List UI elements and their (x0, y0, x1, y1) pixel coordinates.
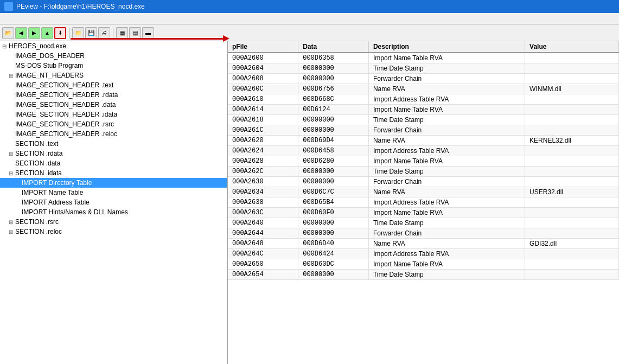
window-title: PEview - F:\oldgame\h1\HEROES_nocd.exe (16, 3, 145, 10)
title-bar: PEview - F:\oldgame\h1\HEROES_nocd.exe (0, 0, 619, 13)
tree-item-section-idata[interactable]: IMAGE_SECTION_HEADER .idata (0, 110, 227, 119)
cell-desc-15: Import Name Table RVA (368, 208, 525, 218)
cell-desc-3: Name RVA (368, 84, 525, 94)
tree-expand-sec-rsrc[interactable]: ⊞ (9, 219, 14, 225)
view2-button[interactable]: ▤ (129, 27, 141, 39)
cell-desc-8: Name RVA (368, 136, 525, 146)
cell-pfile-2: 000A2608 (228, 74, 298, 84)
cell-value-4 (525, 94, 619, 105)
tree-item-sec-data[interactable]: SECTION .data (0, 158, 227, 168)
table-row[interactable]: 000A263000000000Forwarder Chain (228, 177, 619, 187)
table-row[interactable]: 000A2600000D6358Import Name Table RVA (228, 53, 619, 63)
tree-item-dos-header[interactable]: IMAGE_DOS_HEADER (0, 51, 227, 61)
download-button[interactable]: ⬇ (54, 27, 66, 39)
cell-pfile-1: 000A2604 (228, 63, 298, 74)
data-panel[interactable]: pFile Data Description Value 000A2600000… (228, 41, 619, 364)
back-button[interactable]: ◀ (15, 27, 27, 39)
tree-item-section-reloc[interactable]: IMAGE_SECTION_HEADER .reloc (0, 129, 227, 139)
table-row[interactable]: 000A2648000D6D40Name RVAGDI32.dll (228, 239, 619, 249)
table-row[interactable]: 000A264000000000Time Date Stamp (228, 218, 619, 228)
table-row[interactable]: 000A260800000000Forwarder Chain (228, 74, 619, 84)
toolbar: 📂 ◀ ▶ ▲ ⬇ 📁 💾 🖨 ▦ ▤ ▬ (0, 25, 619, 41)
cell-data-5: 00D6124 (298, 105, 369, 115)
table-row[interactable]: 000A264C000D6424Import Address Table RVA (228, 249, 619, 259)
tree-label-root: HEROES_nocd.exe (9, 42, 66, 50)
print-button[interactable]: 🖨 (98, 27, 110, 39)
cell-data-13: 000D6C7C (298, 187, 369, 197)
table-row[interactable]: 000A2610000D668CImport Address Table RVA (228, 94, 619, 105)
cell-pfile-14: 000A2638 (228, 197, 298, 208)
table-row[interactable]: 000A2628000D6280Import Name Table RVA (228, 156, 619, 167)
cell-desc-10: Import Name Table RVA (368, 156, 525, 167)
table-row[interactable]: 000A2638000D65B4Import Address Table RVA (228, 197, 619, 208)
cell-desc-7: Forwarder Chain (368, 125, 525, 136)
tree-item-section-data[interactable]: IMAGE_SECTION_HEADER .data (0, 100, 227, 110)
table-row[interactable]: 000A264400000000Forwarder Chain (228, 228, 619, 239)
cell-value-0 (525, 53, 619, 63)
folder-open-button[interactable]: 📁 (72, 27, 84, 39)
tree-expand-sec-reloc[interactable]: ⊞ (9, 229, 14, 235)
save-button[interactable]: 💾 (85, 27, 97, 39)
table-row[interactable]: 000A261800000000Time Date Stamp (228, 115, 619, 125)
cell-value-15 (525, 208, 619, 218)
open-button[interactable]: 📂 (2, 27, 14, 39)
tree-item-sec-idata[interactable]: ⊟SECTION .idata (0, 168, 227, 178)
cell-pfile-21: 000A2654 (228, 270, 298, 280)
cell-value-21 (525, 270, 619, 280)
cell-desc-4: Import Address Table RVA (368, 94, 525, 105)
table-row[interactable]: 000A261C00000000Forwarder Chain (228, 125, 619, 136)
table-row[interactable]: 000A2634000D6C7CName RVAUSER32.dll (228, 187, 619, 197)
tree-item-sec-reloc[interactable]: ⊞SECTION .reloc (0, 227, 227, 237)
tree-item-msdos-stub[interactable]: MS-DOS Stub Program (0, 61, 227, 71)
tree-item-import-name[interactable]: IMPORT Name Table (0, 188, 227, 197)
forward-button[interactable]: ▶ (28, 27, 40, 39)
tree-item-sec-text[interactable]: SECTION .text (0, 139, 227, 149)
tree-item-section-rsrc[interactable]: IMAGE_SECTION_HEADER .rsrc (0, 119, 227, 129)
table-row[interactable]: 000A262C00000000Time Date Stamp (228, 167, 619, 177)
tree-label-sec-reloc: SECTION .reloc (15, 228, 62, 235)
cell-data-21: 00000000 (298, 270, 369, 280)
cell-value-5 (525, 105, 619, 115)
tree-expand-nt-headers[interactable]: ⊞ (9, 73, 14, 79)
tree-expand-sec-idata[interactable]: ⊟ (9, 170, 14, 176)
tree-label-import-name: IMPORT Name Table (22, 189, 83, 196)
table-row[interactable]: 000A2620000D69D4Name RVAKERNEL32.dll (228, 136, 619, 146)
table-row[interactable]: 000A261400D6124Import Name Table RVA (228, 105, 619, 115)
tree-item-nt-headers[interactable]: ⊞IMAGE_NT_HEADERS (0, 71, 227, 80)
tree-panel[interactable]: ⊟HEROES_nocd.exe IMAGE_DOS_HEADER MS-DOS… (0, 41, 228, 364)
tree-item-sec-rdata[interactable]: ⊞SECTION .rdata (0, 149, 227, 158)
tree-expand-root[interactable]: ⊟ (2, 43, 8, 49)
cell-desc-12: Forwarder Chain (368, 177, 525, 187)
table-row[interactable]: 000A265400000000Time Date Stamp (228, 270, 619, 280)
tree-item-root[interactable]: ⊟HEROES_nocd.exe (0, 41, 227, 51)
up-button[interactable]: ▲ (41, 27, 53, 39)
tree-item-import-dir[interactable]: IMPORT Directory Table (0, 178, 227, 188)
tree-item-import-addr[interactable]: IMPORT Address Table (0, 197, 227, 207)
tree-label-msdos-stub: MS-DOS Stub Program (15, 62, 83, 69)
cell-data-6: 00000000 (298, 115, 369, 125)
cell-value-12 (525, 177, 619, 187)
menu-bar (0, 13, 619, 25)
tree-item-sec-rsrc[interactable]: ⊞SECTION .rsrc (0, 217, 227, 227)
cell-value-6 (525, 115, 619, 125)
tree-label-import-addr: IMPORT Address Table (22, 199, 90, 206)
cell-data-9: 000D6458 (298, 146, 369, 156)
view1-button[interactable]: ▦ (116, 27, 128, 39)
cell-desc-13: Name RVA (368, 187, 525, 197)
view3-button[interactable]: ▬ (142, 27, 154, 39)
table-row[interactable]: 000A2624000D6458Import Address Table RVA (228, 146, 619, 156)
tree-item-section-text[interactable]: IMAGE_SECTION_HEADER .text (0, 80, 227, 90)
tree-item-section-rdata[interactable]: IMAGE_SECTION_HEADER .rdata (0, 90, 227, 100)
table-row[interactable]: 000A2650000D60DCImport Name Table RVA (228, 259, 619, 270)
table-row[interactable]: 000A263C000D60F0Import Name Table RVA (228, 208, 619, 218)
table-row[interactable]: 000A260C000D6756Name RVAWINMM.dll (228, 84, 619, 94)
cell-value-2 (525, 74, 619, 84)
cell-value-3: WINMM.dll (525, 84, 619, 94)
tree-label-section-reloc: IMAGE_SECTION_HEADER .reloc (15, 130, 117, 138)
cell-data-14: 000D65B4 (298, 197, 369, 208)
cell-value-20 (525, 259, 619, 270)
cell-pfile-17: 000A2644 (228, 228, 298, 239)
tree-expand-sec-rdata[interactable]: ⊞ (9, 151, 14, 157)
table-row[interactable]: 000A260400000000Time Date Stamp (228, 63, 619, 74)
tree-item-import-hints[interactable]: IMPORT Hints/Names & DLL Names (0, 207, 227, 217)
